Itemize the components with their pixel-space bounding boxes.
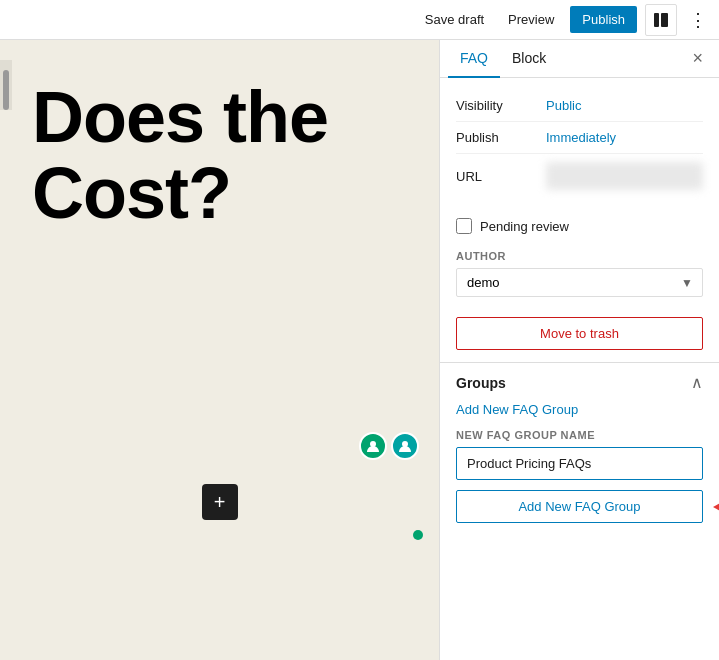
add-block-button[interactable]: + xyxy=(202,484,238,520)
more-options-button[interactable]: ⋮ xyxy=(685,5,711,35)
publish-row: Publish Immediately xyxy=(456,122,703,154)
author-select-wrapper: demo ▼ xyxy=(456,268,703,297)
pending-review-checkbox[interactable] xyxy=(456,218,472,234)
layout-toggle-button[interactable] xyxy=(645,4,677,36)
add-new-faq-group-link[interactable]: Add New FAQ Group xyxy=(456,402,703,417)
add-new-faq-group-button[interactable]: Add New FAQ Group xyxy=(456,490,703,523)
panel-close-button[interactable]: × xyxy=(684,44,711,73)
publish-value[interactable]: Immediately xyxy=(546,130,616,145)
editor-avatars xyxy=(359,432,419,460)
url-row: URL xyxy=(456,154,703,198)
new-faq-group-input[interactable] xyxy=(456,447,703,480)
publish-label: Publish xyxy=(456,130,546,145)
groups-header[interactable]: Groups ∧ xyxy=(440,362,719,402)
save-draft-button[interactable]: Save draft xyxy=(417,8,492,31)
tab-faq[interactable]: FAQ xyxy=(448,40,500,78)
chevron-up-icon: ∧ xyxy=(691,373,703,392)
visibility-row: Visibility Public xyxy=(456,90,703,122)
groups-title: Groups xyxy=(456,375,506,391)
preview-button[interactable]: Preview xyxy=(500,8,562,31)
right-panel: FAQ Block × Visibility Public Publish Im… xyxy=(439,40,719,660)
tab-block[interactable]: Block xyxy=(500,40,558,78)
groups-body: Add New FAQ Group NEW FAQ GROUP NAME Add… xyxy=(440,402,719,539)
author-section: AUTHOR demo ▼ xyxy=(440,242,719,309)
url-label: URL xyxy=(456,169,546,184)
plus-icon: + xyxy=(214,491,226,514)
new-faq-group-label: NEW FAQ GROUP NAME xyxy=(456,429,703,441)
panel-meta-section: Visibility Public Publish Immediately UR… xyxy=(440,78,719,210)
editor-heading: Does the Cost? xyxy=(32,80,328,231)
visibility-value[interactable]: Public xyxy=(546,98,581,113)
author-select[interactable]: demo xyxy=(456,268,703,297)
author-section-label: AUTHOR xyxy=(456,250,703,262)
heading-line2: Cost? xyxy=(32,156,328,232)
pending-review-row: Pending review xyxy=(440,210,719,242)
layout-icon xyxy=(653,12,669,28)
arrow-indicator xyxy=(713,497,719,517)
scrollbar-thumb xyxy=(3,70,9,110)
presence-dot xyxy=(413,530,423,540)
url-value-blurred xyxy=(546,162,703,190)
heading-line1: Does the xyxy=(32,80,328,156)
main-content: Does the Cost? + xyxy=(0,40,719,660)
svg-rect-0 xyxy=(654,13,659,27)
avatar-teal xyxy=(391,432,419,460)
publish-button[interactable]: Publish xyxy=(570,6,637,33)
toolbar: Save draft Preview Publish ⋮ xyxy=(0,0,719,40)
arrow-red-icon xyxy=(713,497,719,517)
avatar-green xyxy=(359,432,387,460)
panel-tabs: FAQ Block × xyxy=(440,40,719,78)
visibility-label: Visibility xyxy=(456,98,546,113)
pending-review-label[interactable]: Pending review xyxy=(480,219,569,234)
add-faq-btn-wrapper: Add New FAQ Group xyxy=(456,490,703,523)
editor-content[interactable]: Does the Cost? xyxy=(12,60,348,231)
editor-scrollbar[interactable] xyxy=(0,60,12,110)
svg-rect-1 xyxy=(661,13,668,27)
editor-area: Does the Cost? + xyxy=(0,40,439,660)
move-to-trash-button[interactable]: Move to trash xyxy=(456,317,703,350)
